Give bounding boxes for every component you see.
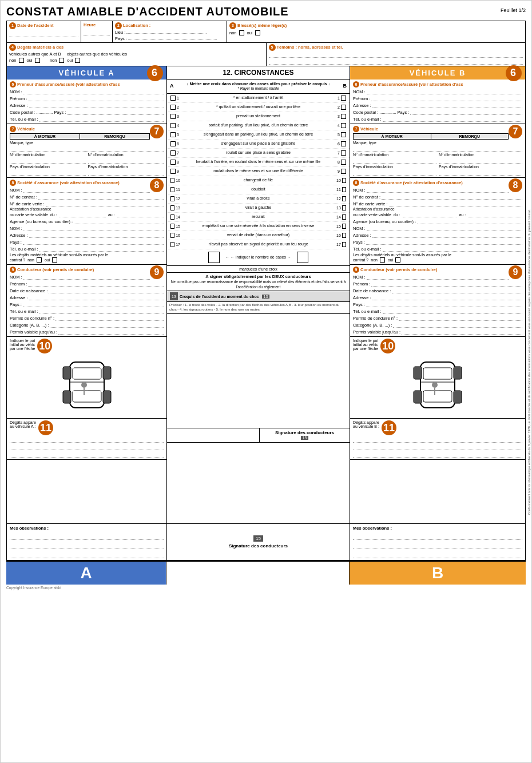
circ-cb-right-4[interactable] <box>341 123 346 128</box>
circ-cb-left-16[interactable] <box>170 233 174 238</box>
immat2-b-input[interactable] <box>439 157 522 164</box>
circ-cb-left-8[interactable] <box>170 160 176 165</box>
degats-a-input3[interactable] <box>10 452 164 458</box>
degats-b-input3[interactable] <box>353 452 522 458</box>
pays-immat-a-input[interactable] <box>10 169 86 176</box>
circ-cb-right-5[interactable] <box>341 132 346 137</box>
circ-cb-right-9[interactable] <box>341 169 346 174</box>
au-b-input[interactable] <box>468 212 522 217</box>
nom3-a-input[interactable] <box>23 225 164 231</box>
blesses-non-cb[interactable] <box>239 30 244 35</box>
agence-b-input[interactable] <box>417 218 522 224</box>
degats-b-input1[interactable] <box>353 437 522 443</box>
circ-cb-right-3[interactable] <box>341 114 346 119</box>
circ-cb-right-11[interactable] <box>342 187 346 192</box>
degats-soc-oui-b[interactable] <box>395 257 400 263</box>
tel2-b-input[interactable] <box>383 246 522 252</box>
circ-cb-left-4[interactable] <box>170 123 176 128</box>
obs-a-input3[interactable] <box>10 550 164 558</box>
cond-adresse-a-input[interactable] <box>29 295 164 300</box>
circ-cb-left-6[interactable] <box>170 141 176 146</box>
circ-cb-left-13[interactable] <box>170 205 174 210</box>
circ-cb-left-11[interactable] <box>170 187 174 192</box>
cond-tel-b-input[interactable] <box>383 308 522 314</box>
circ-cb-left-14[interactable] <box>170 214 174 220</box>
contrat-a-input[interactable] <box>38 194 164 200</box>
adresse-a-input[interactable] <box>29 102 164 108</box>
circ-cb-right-2[interactable] <box>341 105 346 110</box>
pays-immat-b-input[interactable] <box>353 169 436 176</box>
degats-a-input2[interactable] <box>10 444 164 450</box>
immat-b-input[interactable] <box>353 157 436 164</box>
heure-input[interactable] <box>84 29 110 35</box>
degats-soc-non-b[interactable] <box>380 257 385 263</box>
circ-cb-right-7[interactable] <box>341 150 346 156</box>
degats-b-input2[interactable] <box>353 444 522 450</box>
cond-naiss-a-input[interactable] <box>49 288 164 293</box>
degats-obj-non-cb[interactable] <box>59 58 64 63</box>
nom-b-input[interactable] <box>367 89 522 94</box>
cat-a-input[interactable] <box>50 322 164 328</box>
degats-soc-non-a[interactable] <box>37 257 42 263</box>
circ-cb-right-17[interactable] <box>342 242 346 247</box>
prenom-b-input[interactable] <box>371 96 522 101</box>
adresse-b-input[interactable] <box>372 102 522 108</box>
carte-a-input[interactable] <box>46 201 164 206</box>
pays2-b-input[interactable] <box>366 239 522 245</box>
temoins-input[interactable] <box>269 52 523 58</box>
degats-a-input1[interactable] <box>10 437 164 443</box>
circ-cb-left-7[interactable] <box>170 150 176 156</box>
circ-cb-right-16[interactable] <box>342 233 346 238</box>
nom3-b-input[interactable] <box>367 225 522 231</box>
contrat-b-input[interactable] <box>382 194 522 200</box>
circ-cb-right-10[interactable] <box>342 178 346 183</box>
obs-a-input2[interactable] <box>10 541 164 549</box>
circ-cb-left-15[interactable] <box>170 224 174 229</box>
degats-soc-oui-a[interactable] <box>52 257 57 263</box>
permis-a-input[interactable] <box>55 315 164 321</box>
pays-immat2-a-input[interactable] <box>88 169 164 176</box>
circ-cb-right-8[interactable] <box>341 160 346 165</box>
valable-a-input[interactable] <box>58 329 164 335</box>
circ-cb-left-17[interactable] <box>170 242 174 247</box>
soc-nom-b-input[interactable] <box>367 187 509 193</box>
cond-nom-a-input[interactable] <box>23 274 150 280</box>
code-a-input[interactable] <box>67 109 164 115</box>
agence-a-input[interactable] <box>74 218 164 224</box>
cond-nom-b-input[interactable] <box>367 274 509 280</box>
blesses-oui-cb[interactable] <box>255 30 260 35</box>
obs-b-input1[interactable] <box>353 532 522 540</box>
count-box-right[interactable] <box>297 252 308 263</box>
cond-pays-a-input[interactable] <box>23 301 164 307</box>
prenom-a-input[interactable] <box>28 96 164 101</box>
degats-obj-oui-cb[interactable] <box>75 58 80 63</box>
circ-cb-right-15[interactable] <box>342 224 346 229</box>
nom-a-input[interactable] <box>23 89 164 94</box>
cond-naiss-b-input[interactable] <box>392 288 522 293</box>
tel2-a-input[interactable] <box>39 246 164 252</box>
obs-b-input3[interactable] <box>353 550 522 558</box>
permis-b-input[interactable] <box>399 315 522 321</box>
cond-tel-a-input[interactable] <box>39 308 164 314</box>
cat-b-input[interactable] <box>393 322 522 328</box>
obs-b-input2[interactable] <box>353 541 522 549</box>
immat2-a-input[interactable] <box>88 157 164 164</box>
tel-b-input[interactable] <box>383 116 522 122</box>
pays-immat2-b-input[interactable] <box>439 169 522 176</box>
degats-non-cb[interactable] <box>19 58 24 63</box>
circ-cb-right-13[interactable] <box>342 205 346 210</box>
degats-oui-cb[interactable] <box>35 58 40 63</box>
circ-cb-left-2[interactable] <box>170 105 176 110</box>
circ-cb-right-12[interactable] <box>342 196 346 201</box>
obs-a-input1[interactable] <box>10 532 164 540</box>
pays2-a-input[interactable] <box>23 239 164 245</box>
circ-cb-left-5[interactable] <box>170 132 176 137</box>
cond-adresse-b-input[interactable] <box>372 295 522 300</box>
valable-b-input[interactable] <box>402 329 522 335</box>
cond-pays-b-input[interactable] <box>366 301 522 307</box>
cond-prenom-b-input[interactable] <box>371 281 522 287</box>
circ-cb-left-1[interactable] <box>170 96 176 101</box>
du-b-input[interactable] <box>403 212 457 217</box>
du-a-input[interactable] <box>59 212 106 217</box>
circ-cb-right-1[interactable] <box>341 96 346 101</box>
